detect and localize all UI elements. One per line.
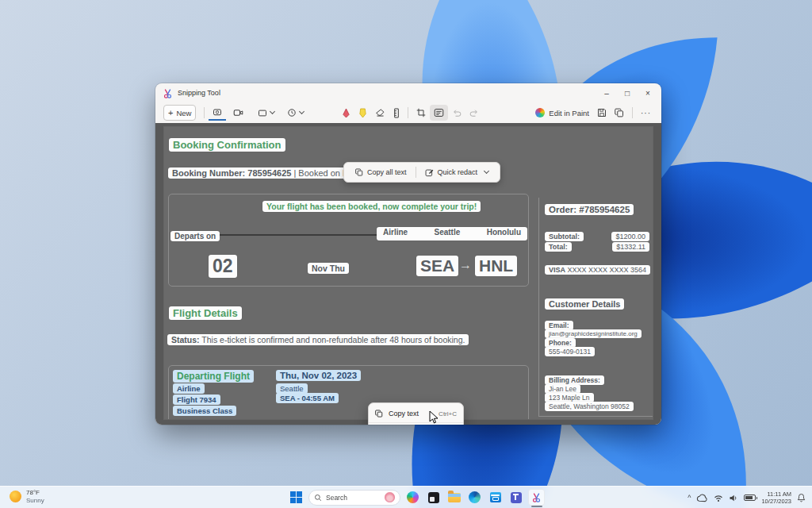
minimize-button[interactable]: – xyxy=(596,83,617,102)
menu-item-copy-text[interactable]: Copy text Ctrl+C xyxy=(369,405,463,422)
copilot-icon[interactable] xyxy=(404,489,421,506)
eraser-button[interactable] xyxy=(371,105,389,121)
text-actions-bar: Copy all text Quick redact xyxy=(343,162,500,183)
departure-date-short: Nov Thu xyxy=(308,263,349,274)
customer-details-title: Customer Details xyxy=(545,298,624,310)
departing-flight-title[interactable]: Departing Flight xyxy=(173,370,254,383)
flight-route-header: Airline Seattle Honolulu xyxy=(377,227,527,241)
order-title: Order: #785954625 xyxy=(545,204,634,215)
plus-icon: + xyxy=(168,108,173,117)
volume-icon[interactable] xyxy=(729,494,738,502)
redo-button[interactable] xyxy=(465,105,483,121)
chevron-down-icon xyxy=(484,168,489,174)
weather-temp: 78°F xyxy=(26,489,44,497)
departing-date[interactable]: Thu, Nov 02, 2023 xyxy=(276,370,361,381)
new-snip-button[interactable]: + New xyxy=(163,105,196,121)
text-actions-button[interactable] xyxy=(430,105,448,121)
highlighter-button[interactable] xyxy=(354,105,371,121)
copy-button[interactable] xyxy=(611,105,628,121)
black-app-icon[interactable] xyxy=(425,489,442,506)
video-camera-icon xyxy=(233,108,243,117)
system-tray: ^ 11:11 AM 10/27/2023 xyxy=(688,488,806,507)
to-airport-code: HNL xyxy=(475,256,517,276)
order-column: Order: #785954625 Subtotal: Total: $1200… xyxy=(538,198,653,417)
crop-icon xyxy=(416,108,426,117)
departure-day: 02 xyxy=(209,255,237,278)
header-to-city: Honolulu xyxy=(487,228,521,240)
header-airline: Airline xyxy=(383,228,408,240)
undo-button[interactable] xyxy=(448,105,465,121)
departs-on-label: Departs on xyxy=(170,231,220,241)
toolbar: + New xyxy=(155,102,661,123)
weather-widget[interactable]: 78°F Sunny xyxy=(10,489,44,504)
copy-all-text-label: Copy all text xyxy=(367,168,407,176)
clock[interactable]: 11:11 AM 10/27/2023 xyxy=(761,491,791,506)
titlebar[interactable]: Snipping Tool – □ × xyxy=(155,83,661,102)
edge-icon[interactable] xyxy=(466,489,483,506)
departing-airline[interactable]: Airline xyxy=(173,383,205,394)
search-placeholder: Search xyxy=(326,494,381,502)
weather-condition: Sunny xyxy=(26,497,44,505)
store-icon[interactable] xyxy=(487,489,504,506)
card-number: XXXX XXXX XXXX 3564 xyxy=(568,266,647,274)
undo-icon xyxy=(452,109,462,117)
departing-flight-panel: Departing Flight Airline Flight 7934 Bus… xyxy=(168,365,529,419)
flight-details-title: Flight Details xyxy=(169,306,242,320)
quick-redact-button[interactable]: Quick redact xyxy=(420,168,494,177)
departing-time[interactable]: SEA - 04:55 AM xyxy=(276,393,339,403)
separator xyxy=(632,107,633,118)
card-brand: VISA xyxy=(549,266,565,274)
total-label: Total: xyxy=(545,242,572,252)
tray-chevron-up-icon[interactable]: ^ xyxy=(688,494,691,502)
active-app-indicator xyxy=(531,506,542,508)
network-icon[interactable] xyxy=(714,494,723,502)
paint-icon xyxy=(535,108,545,117)
desktop: Snipping Tool – □ × + New xyxy=(0,0,812,508)
teams-icon[interactable] xyxy=(508,489,524,506)
departing-class[interactable]: Business Class xyxy=(173,406,236,416)
edit-in-paint-label: Edit in Paint xyxy=(549,109,589,117)
menu-item-select-all[interactable]: Select all Ctrl+A xyxy=(369,422,463,425)
taskbar-center: Search xyxy=(288,489,545,506)
copy-icon xyxy=(615,108,624,117)
edit-in-paint-button[interactable]: Edit in Paint xyxy=(531,105,593,121)
file-explorer-icon[interactable] xyxy=(446,489,462,506)
more-icon: ··· xyxy=(641,109,651,117)
route-arrow-icon: → xyxy=(459,258,472,272)
search-input[interactable]: Search xyxy=(308,490,400,506)
see-more-button[interactable]: ··· xyxy=(637,105,655,121)
departing-flight-number[interactable]: Flight 7934 xyxy=(173,394,220,405)
maximize-button[interactable]: □ xyxy=(617,83,638,102)
copy-all-text-button[interactable]: Copy all text xyxy=(350,168,412,176)
record-mode-button[interactable] xyxy=(229,105,247,121)
copy-icon xyxy=(355,168,363,176)
payment-card-line: VISA XXXX XXXX XXXX 3564 xyxy=(545,265,650,275)
ruler-button[interactable] xyxy=(389,105,404,121)
email-value: jian@graphicdesigninstitute.org xyxy=(545,329,642,338)
redact-icon xyxy=(425,168,434,177)
search-icon xyxy=(314,494,322,502)
snipping-tool-icon[interactable] xyxy=(528,489,545,506)
flight-summary-panel: Your flight has been booked, now complet… xyxy=(168,194,529,287)
window-title: Snipping Tool xyxy=(178,89,220,97)
delay-dropdown[interactable] xyxy=(283,105,308,121)
snip-shape-dropdown[interactable] xyxy=(254,105,278,121)
redo-icon xyxy=(469,109,479,117)
onedrive-cloud-icon[interactable] xyxy=(696,494,708,502)
crop-button[interactable] xyxy=(412,105,430,121)
snipping-tool-window: Snipping Tool – □ × + New xyxy=(155,83,661,425)
menu-item-shortcut: Ctrl+C xyxy=(439,410,457,418)
ballpoint-pen-button[interactable] xyxy=(338,105,354,121)
camera-snip-icon xyxy=(213,107,222,117)
notification-bell-icon[interactable] xyxy=(797,493,806,502)
start-button[interactable] xyxy=(288,489,304,506)
save-button[interactable] xyxy=(593,105,611,121)
search-highlight-flower-icon xyxy=(385,492,395,502)
close-button[interactable]: × xyxy=(638,83,658,102)
billing-city: Seattle, Washington 98052 xyxy=(545,402,634,411)
sun-icon xyxy=(10,491,21,502)
snip-mode-button[interactable] xyxy=(209,105,226,121)
phone-value: 555-409-0131 xyxy=(545,347,595,356)
battery-icon[interactable] xyxy=(744,495,756,501)
text-context-menu: Copy text Ctrl+C Select all Ctrl+A Redac… xyxy=(368,402,464,425)
